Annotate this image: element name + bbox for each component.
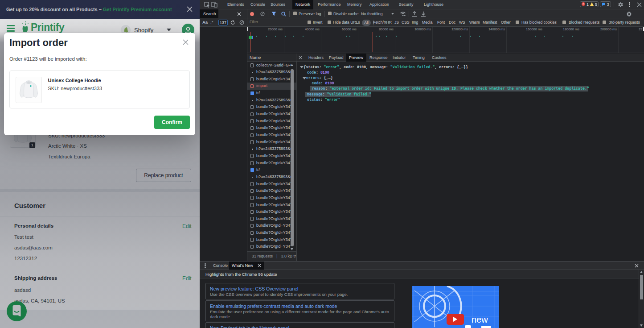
svg-text:new: new [472, 315, 488, 324]
